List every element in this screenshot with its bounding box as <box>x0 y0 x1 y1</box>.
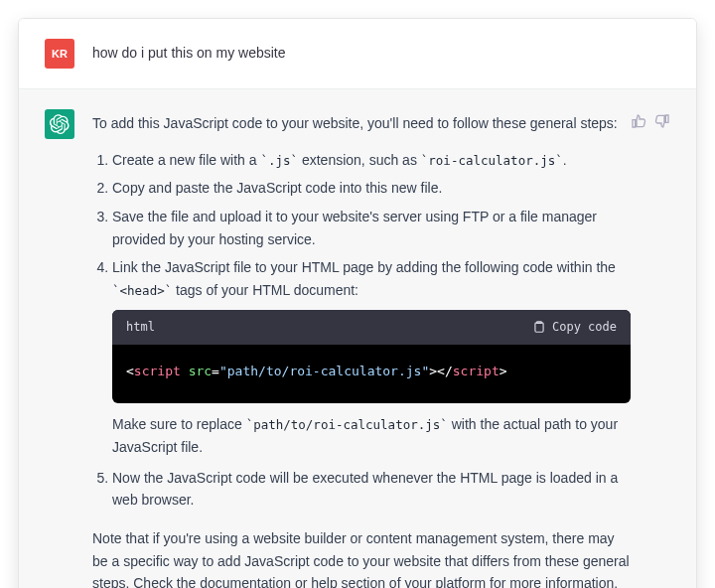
inline-code: `<head>` <box>112 283 172 298</box>
openai-logo-icon <box>50 114 70 134</box>
clipboard-icon <box>532 320 546 334</box>
steps-list: Create a new file with a `.js` extension… <box>92 149 631 512</box>
feedback-actions <box>631 109 670 129</box>
copy-code-label: Copy code <box>552 318 617 337</box>
assistant-note: Note that if you're using a website buil… <box>92 527 631 588</box>
step-4: Link the JavaScript file to your HTML pa… <box>112 256 631 458</box>
inline-code: `roi-calculator.js` <box>421 153 563 168</box>
step-3: Save the file and upload it to your webs… <box>112 206 631 250</box>
inline-code: `path/to/roi-calculator.js` <box>246 417 448 432</box>
assistant-message: To add this JavaScript code to your webs… <box>19 88 696 588</box>
assistant-content: To add this JavaScript code to your webs… <box>92 109 631 588</box>
assistant-intro: To add this JavaScript code to your webs… <box>92 112 631 135</box>
user-avatar-initials: KR <box>52 48 68 60</box>
chat-container: KR how do i put this on my website To ad… <box>18 18 697 588</box>
step-2: Copy and paste the JavaScript code into … <box>112 177 631 200</box>
code-block: html Copy code <script src="path/to/roi-… <box>112 310 631 403</box>
code-header: html Copy code <box>112 310 631 345</box>
assistant-avatar <box>45 109 74 139</box>
step-5: Now the JavaScript code will be executed… <box>112 467 631 512</box>
inline-code: `.js` <box>260 153 298 168</box>
step-4-note: Make sure to replace `path/to/roi-calcul… <box>112 413 631 458</box>
user-avatar: KR <box>45 39 74 69</box>
copy-code-button[interactable]: Copy code <box>532 318 617 337</box>
thumbs-up-icon[interactable] <box>631 113 646 129</box>
svg-rect-1 <box>535 323 543 332</box>
code-lang-label: html <box>126 318 155 337</box>
user-message: KR how do i put this on my website <box>19 19 696 88</box>
thumbs-down-icon[interactable] <box>654 113 670 129</box>
code-body: <script src="path/to/roi-calculator.js">… <box>112 345 631 403</box>
user-message-text: how do i put this on my website <box>92 39 670 65</box>
step-1: Create a new file with a `.js` extension… <box>112 149 631 172</box>
